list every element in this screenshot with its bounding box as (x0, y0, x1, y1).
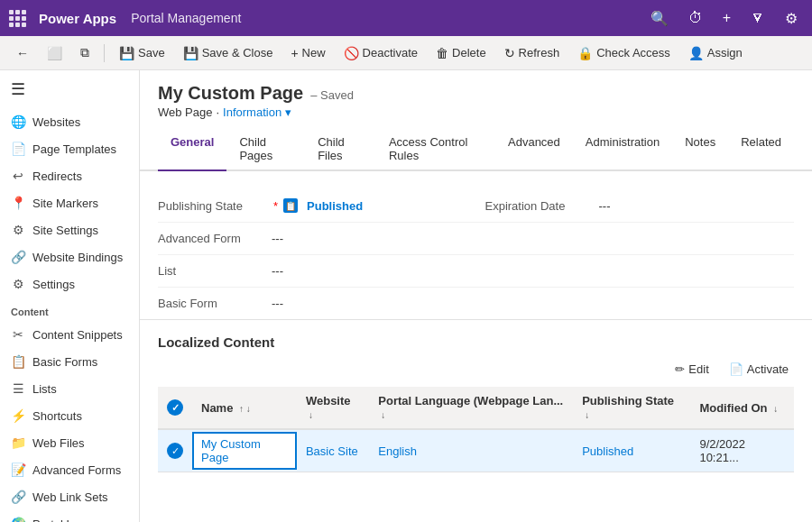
row-check[interactable]: ✓ (158, 429, 192, 472)
clone-button[interactable]: ⧉ (73, 41, 97, 64)
row-checkbox[interactable]: ✓ (167, 443, 183, 459)
search-icon[interactable]: 🔍 (645, 10, 674, 27)
sidebar-item-websitebindings[interactable]: 🔗Website Bindings (0, 243, 139, 270)
website-link[interactable]: Basic Site (306, 444, 358, 458)
preview-button[interactable]: ⬜ (40, 42, 69, 64)
sidebar-item-redirects[interactable]: ↩Redirects (0, 162, 139, 189)
refresh-icon: ↻ (504, 46, 515, 60)
tab-general[interactable]: General (158, 128, 226, 171)
saved-status: – Saved (310, 88, 354, 102)
table-body: ✓ My Custom Page Basic Site English Publ… (158, 429, 794, 472)
sidebar-content-item-weblinksets[interactable]: 🔗Web Link Sets (0, 483, 139, 510)
row-publishing-state: Published (573, 429, 690, 472)
page-subtitle: Web Page · Information ▾ (158, 105, 794, 119)
new-button[interactable]: + New (283, 42, 332, 64)
sidebar-content-label: Basic Forms (32, 355, 97, 369)
back-button[interactable]: ← (9, 42, 36, 64)
assign-button[interactable]: 👤 Assign (681, 42, 750, 64)
th-name[interactable]: Name ↑ ↓ (192, 387, 297, 429)
sidebar-item-sitemarkers[interactable]: 📍Site Markers (0, 189, 139, 216)
activate-label: Activate (747, 362, 789, 376)
tab-notes[interactable]: Notes (672, 128, 728, 171)
sidebar-content-item-shortcuts[interactable]: ⚡Shortcuts (0, 402, 139, 429)
deactivate-icon: 🚫 (344, 46, 359, 60)
sidebar-item-settings[interactable]: ⚙Settings (0, 270, 139, 298)
sidebar-item-pagetemplates[interactable]: 📄Page Templates (0, 135, 139, 162)
check-access-icon: 🔒 (577, 46, 593, 60)
filter-icon[interactable]: ⛛ (745, 10, 770, 26)
delete-button[interactable]: 🗑 Delete (429, 42, 494, 64)
back-icon: ← (16, 46, 29, 60)
main-layout: ☰ 🌐Websites📄Page Templates↩Redirects📍Sit… (0, 70, 812, 522)
subtitle-dropdown-arrow[interactable]: ▾ (285, 105, 291, 119)
sidebar-content-icon: 🌍 (11, 517, 25, 522)
new-icon[interactable]: + (717, 10, 736, 26)
sidebar-item-label: Redirects (32, 169, 82, 183)
th-modified[interactable]: Modified On ↓ (690, 387, 794, 429)
language-link[interactable]: English (378, 444, 417, 458)
row-name[interactable]: My Custom Page (192, 429, 297, 472)
tab-childpages[interactable]: Child Pages (226, 128, 305, 171)
recent-icon[interactable]: ⏱ (683, 10, 708, 26)
tab-related[interactable]: Related (728, 128, 794, 171)
publishing-state-label: Publishing State (158, 199, 266, 213)
sidebar: ☰ 🌐Websites📄Page Templates↩Redirects📍Sit… (0, 70, 140, 522)
expiration-date-label: Expiration Date (485, 199, 594, 213)
list-value: --- (272, 264, 283, 278)
check-access-button[interactable]: 🔒 Check Access (570, 42, 678, 64)
sidebar-item-sitesettings[interactable]: ⚙Site Settings (0, 216, 139, 243)
tab-accesscontrolrules[interactable]: Access Control Rules (376, 128, 495, 171)
sidebar-item-label: Site Settings (32, 224, 98, 237)
save-button[interactable]: 💾 Save (112, 42, 172, 64)
edit-label: Edit (688, 362, 708, 376)
tab-advanced[interactable]: Advanced (495, 128, 573, 171)
sidebar-content-item-advancedforms[interactable]: 📝Advanced Forms (0, 456, 139, 483)
sidebar-item-label: Site Markers (32, 197, 98, 210)
hamburger-button[interactable]: ☰ (0, 70, 139, 108)
activate-button[interactable]: 📄 Activate (724, 359, 794, 380)
sidebar-content-item-contentsnippets[interactable]: ✂Content Snippets (0, 321, 139, 348)
sidebar-item-icon: ↩ (11, 169, 25, 183)
page-title: My Custom Page (158, 83, 303, 104)
sidebar-content-item-basicforms[interactable]: 📋Basic Forms (0, 348, 139, 375)
divider-1 (104, 44, 105, 62)
delete-label: Delete (452, 46, 486, 60)
sidebar-item-label: Page Templates (32, 142, 116, 156)
published-icon: 📋 (283, 198, 298, 213)
localized-table: ✓ Name ↑ ↓ Website ↓ Portal Language (We… (158, 387, 794, 472)
sidebar-item-websites[interactable]: 🌐Websites (0, 108, 139, 135)
th-language[interactable]: Portal Language (Webpage Lan... ↓ (369, 387, 573, 429)
refresh-button[interactable]: ↻ Refresh (497, 42, 567, 64)
sidebar-item-label: Settings (32, 278, 75, 291)
sidebar-content-label: Portal Languages (32, 517, 125, 523)
edit-button[interactable]: ✏ Edit (669, 359, 714, 380)
preview-icon: ⬜ (47, 46, 62, 60)
table-row[interactable]: ✓ My Custom Page Basic Site English Publ… (158, 429, 794, 472)
name-link[interactable]: My Custom Page (201, 437, 261, 464)
localized-title: Localized Content (158, 334, 794, 350)
sidebar-content-label: Shortcuts (32, 409, 82, 423)
row-language: English (369, 429, 573, 472)
tab-administration[interactable]: Administration (573, 128, 672, 171)
save-close-button[interactable]: 💾 Save & Close (176, 42, 281, 64)
save-close-icon: 💾 (183, 46, 198, 60)
grid-icon[interactable] (9, 10, 26, 27)
save-label: Save (138, 46, 165, 60)
sidebar-item-icon: 📍 (11, 196, 25, 210)
sidebar-content-label: Advanced Forms (32, 463, 121, 477)
th-publishing-state[interactable]: Publishing State ↓ (573, 387, 690, 429)
sidebar-content-item-lists[interactable]: ☰Lists (0, 375, 139, 402)
delete-icon: 🗑 (436, 46, 448, 60)
th-website[interactable]: Website ↓ (297, 387, 369, 429)
deactivate-button[interactable]: 🚫 Deactivate (337, 42, 425, 64)
tab-childfiles[interactable]: Child Files (305, 128, 376, 171)
app-name: Power Apps (39, 11, 116, 26)
publishing-state-link[interactable]: Published (582, 444, 633, 458)
sidebar-content-icon: 📝 (11, 462, 25, 477)
basic-form-label: Basic Form (158, 297, 266, 310)
sidebar-content-item-portallanguages[interactable]: 🌍Portal Languages (0, 510, 139, 522)
header-checkbox[interactable]: ✓ (167, 399, 183, 416)
settings-icon[interactable]: ⚙ (780, 10, 803, 27)
sidebar-content-item-webfiles[interactable]: 📁Web Files (0, 429, 139, 456)
row-website: Basic Site (297, 429, 369, 472)
